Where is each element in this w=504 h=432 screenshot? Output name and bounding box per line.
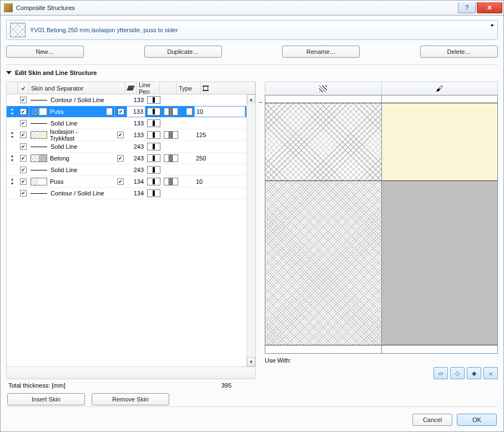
reorder-handle-icon[interactable] [10,130,14,139]
thickness-value[interactable]: 250 [194,153,246,164]
core-checkbox[interactable]: ✔ [118,108,124,115]
use-with-buttons: ▱ ◇ ◆ ⨉ [265,367,498,379]
row-checkbox[interactable]: ✔ [20,155,27,162]
use-with-roof[interactable]: ◆ [467,367,481,379]
pen-value[interactable]: 243 [127,164,145,175]
fill-swatch[interactable] [31,108,47,115]
pen-swatch[interactable] [147,108,160,115]
delete-button[interactable]: Delete… [420,46,498,58]
pen-value[interactable]: 133 [127,106,145,117]
col-type[interactable]: Type [177,82,201,94]
remove-skin-button[interactable]: Remove Skin [92,393,169,405]
type-popup-button[interactable]: ▸ [186,108,193,115]
thickness-value[interactable]: 125 [194,129,246,140]
row-checkbox[interactable]: ✔ [20,132,27,138]
core-checkbox[interactable]: ✔ [117,155,124,162]
core-checkbox[interactable]: ✔ [117,132,124,138]
window-title: Composite Structures [16,4,458,11]
pen-value[interactable]: 133 [127,118,145,129]
pen-swatch[interactable] [147,189,160,197]
skin-grid: Skin and Separator Line Pen Type ▲ ▼ ✔Co… [6,82,256,379]
pen-swatch[interactable] [147,154,160,162]
line-name: Solid Line [49,164,114,175]
insert-skin-button[interactable]: Insert Skin [7,393,85,405]
use-with-wall[interactable]: ▱ [434,367,448,379]
scroll-down-button[interactable]: ▼ [247,358,255,366]
line-name: Solid Line [49,141,114,152]
table-row[interactable]: ✔Contour / Solid Line133 [7,94,255,106]
pen-swatch[interactable] [147,166,160,174]
disclosure-triangle-icon [6,71,12,74]
col-skin-separator[interactable]: Skin and Separator [29,82,125,94]
row-checkbox[interactable]: ✔ [20,190,27,197]
table-row[interactable]: ✔Solid Line243 [7,164,255,176]
type-swatch[interactable] [164,131,178,139]
row-checkbox[interactable]: ✔ [20,178,27,185]
vertical-scrollbar[interactable]: ▲ ▼ [246,94,255,366]
thickness-value[interactable]: 10 [194,106,245,117]
total-thickness-value: 395 [221,382,256,389]
core-checkbox[interactable]: ✔ [117,178,124,185]
table-row[interactable]: ✔Puss✔13410 [7,176,255,188]
pen-value[interactable]: 243 [127,141,145,152]
row-checkbox[interactable]: ✔ [20,97,27,103]
table-row[interactable]: ✔Contour / Solid Line134 [7,188,255,199]
pen-value[interactable]: 134 [127,188,145,199]
table-row[interactable]: ✔Solid Line243 [7,141,255,153]
line-sample-icon [31,123,47,124]
row-checkbox[interactable]: ✔ [20,120,27,127]
line-sample-icon [31,100,47,101]
pen-swatch[interactable] [147,96,160,104]
row-checkbox[interactable]: ✔ [20,108,27,115]
composite-selector[interactable]: YV01 Betong 250 mm,isolasjon ytterside, … [6,20,498,40]
line-sample-icon [31,170,47,170]
fill-popup-button[interactable]: ▸ [106,108,113,115]
pen-value[interactable]: 133 [127,94,145,106]
pen-value[interactable]: 134 [127,176,145,187]
reorder-handle-icon[interactable] [10,107,14,116]
preview-tab-hatch[interactable] [265,82,382,95]
table-row[interactable]: ✔Betong✔243250 [7,153,255,164]
pen-value[interactable]: 133 [127,129,145,140]
scroll-up-button[interactable]: ▲ [247,94,255,103]
row-checkbox[interactable]: ✔ [20,167,27,173]
type-swatch[interactable] [164,178,178,185]
ok-button[interactable]: OK [457,414,497,426]
use-with-shell[interactable]: ⨉ [483,367,498,379]
pen-swatch[interactable] [147,143,160,150]
section-header[interactable]: Edit Skin and Line Structure [6,69,498,76]
action-button-row: New… Duplicate… Rename… Delete… [6,46,498,58]
help-button[interactable] [458,2,476,13]
preview-panel: 🖌 → Use With: [265,82,498,379]
reorder-handle-icon[interactable] [10,177,14,186]
thickness-value[interactable]: 10 [194,176,246,187]
new-button[interactable]: New… [6,46,84,58]
reorder-handle-icon[interactable] [10,154,14,163]
rename-button[interactable]: Rename… [282,46,360,58]
table-row[interactable]: ✔Solid Line133 [7,118,255,129]
skin-name: Puss [49,176,104,187]
skin-name: Puss [49,106,104,117]
type-swatch[interactable] [164,154,178,162]
fill-swatch[interactable] [31,178,47,185]
table-row[interactable]: ✔Isolasjon - Trykkfast✔133125 [7,129,255,141]
row-checkbox[interactable]: ✔ [20,143,27,150]
pen-swatch[interactable] [147,131,160,139]
preview-tab-surface[interactable]: 🖌 [382,82,498,95]
use-with-slab[interactable]: ◇ [450,367,465,379]
fill-swatch[interactable] [31,131,47,139]
close-button[interactable] [477,2,502,13]
app-icon [4,3,13,12]
checkbox-header-icon [20,85,26,92]
pen-swatch[interactable] [147,178,160,185]
type-swatch[interactable] [164,108,178,115]
preview-canvas: → [265,95,498,354]
duplicate-button[interactable]: Duplicate… [144,46,222,58]
fill-swatch[interactable] [31,154,47,162]
table-row[interactable]: ✔Puss▸✔133▸10 [7,106,255,118]
pen-value[interactable]: 243 [127,153,145,164]
col-line-pen[interactable]: Line Pen [137,82,160,94]
pen-header-icon [127,86,134,91]
pen-swatch[interactable] [147,119,160,127]
cancel-button[interactable]: Cancel [412,414,452,426]
